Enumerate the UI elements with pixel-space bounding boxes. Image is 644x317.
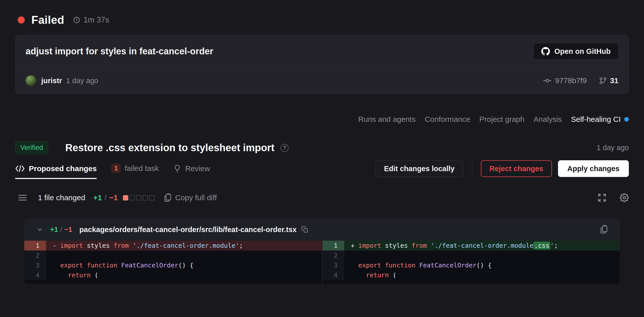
copy-full-diff-button[interactable]: Copy full diff (164, 193, 217, 202)
author-avatar (26, 75, 36, 86)
diff-line-left-2: 2 (24, 251, 322, 260)
git-branch-icon (599, 77, 607, 85)
nav-item-analysis[interactable]: Analysis (534, 115, 562, 124)
diff-toolbar: 1 file changed +1 / −1 Copy full diff (18, 193, 629, 202)
branch-count: 31 (610, 76, 618, 85)
tab-review-label: Review (185, 164, 210, 173)
file-diff-card: +1 / −1 packages/orders/feat-cancel-orde… (24, 218, 620, 284)
diff-pane-before: 1- import styles from './feat-cancel-ord… (24, 241, 322, 284)
nav-item-project-graph[interactable]: Project graph (479, 115, 524, 124)
code-text: - import styles from './feat-cancel-orde… (46, 241, 322, 251)
run-duration: 1m 37s (83, 15, 109, 25)
code-text: export function FeatCancelOrder() { (344, 260, 620, 270)
nav-item-conformance[interactable]: Conformance (425, 115, 470, 124)
code-text: return ( (46, 270, 322, 280)
apply-changes-button[interactable]: Apply changes (558, 160, 629, 177)
fix-title: Restore .css extension to stylesheet imp… (65, 142, 274, 153)
commit-icon (543, 76, 552, 85)
nav-item-runs-and-agents[interactable]: Runs and agents (358, 115, 416, 124)
open-on-github-label: Open on GitHub (554, 47, 611, 56)
clipboard-paste-icon[interactable] (599, 225, 608, 234)
github-icon (541, 47, 550, 56)
open-on-github-button[interactable]: Open on GitHub (533, 43, 618, 59)
code-icon (15, 165, 25, 172)
commit-hash-item[interactable]: 9778b7f9 (543, 76, 587, 85)
diff-stat-squares (123, 195, 155, 200)
nav-item-self-healing-ci[interactable]: Self-healing CI (571, 115, 629, 124)
tab-proposed-changes-label: Proposed changes (29, 164, 97, 173)
tab-failed-task[interactable]: 1 failed task (111, 164, 159, 179)
clock-icon (73, 16, 80, 24)
line-number: 3 (24, 260, 46, 270)
line-number: 1 (24, 241, 46, 251)
commit-hash: 9778b7f9 (555, 76, 587, 85)
nav-item-label: Self-healing CI (571, 115, 621, 124)
actions-divider (472, 162, 472, 176)
deletions-count: −1 (109, 193, 118, 202)
line-number: 1 (323, 241, 344, 251)
line-number: 2 (24, 251, 46, 260)
code-text: + import styles from './feat-cancel-orde… (344, 241, 620, 251)
commit-title: adjust import for styles in feat-cancel-… (26, 46, 213, 57)
line-number: 3 (323, 260, 344, 270)
reject-changes-button[interactable]: Reject changes (481, 160, 552, 177)
diff-line-right-1: 1+ import styles from './feat-cancel-ord… (323, 241, 620, 251)
file-diff-header: +1 / −1 packages/orders/feat-cancel-orde… (24, 218, 620, 241)
lightbulb-icon (174, 165, 181, 173)
run-status-row: Failed 1m 37s (18, 14, 629, 26)
files-changed-label: 1 file changed (38, 193, 85, 202)
failed-count-badge: 1 (111, 164, 120, 173)
edit-changes-locally-button[interactable]: Edit changes locally (375, 160, 463, 177)
code-text (46, 251, 322, 260)
line-number: 2 (323, 251, 344, 260)
line-number: 4 (323, 270, 344, 280)
expand-icon[interactable] (597, 193, 607, 202)
commit-card: adjust import for styles in feat-cancel-… (15, 35, 629, 94)
verified-badge: Verified (15, 141, 48, 154)
copy-full-diff-label: Copy full diff (175, 193, 217, 202)
copy-path-icon[interactable] (301, 226, 308, 233)
diff-line-left-3: 3 export function FeatCancelOrder() { (24, 260, 322, 270)
diff-line-right-2: 2 (323, 251, 620, 260)
file-additions: +1 (50, 225, 58, 234)
tab-review[interactable]: Review (174, 164, 210, 179)
file-deletions: −1 (64, 225, 72, 234)
notification-dot (624, 117, 629, 122)
run-status-label: Failed (31, 14, 64, 26)
code-text: return ( (344, 270, 620, 280)
commit-time-ago: 1 day ago (66, 77, 98, 85)
code-text: export function FeatCancelOrder() { (46, 260, 322, 270)
diff-line-left-1: 1- import styles from './feat-cancel-ord… (24, 241, 322, 251)
branch-count-item[interactable]: 31 (599, 76, 618, 85)
code-text (344, 251, 620, 260)
tab-failed-task-label: failed task (125, 164, 159, 173)
diff-line-right-4: 4 return ( (323, 270, 620, 280)
line-number: 4 (24, 270, 46, 280)
additions-count: +1 (93, 193, 102, 202)
tab-proposed-changes[interactable]: Proposed changes (15, 164, 97, 179)
fix-heading-row: Verified Restore .css extension to style… (15, 141, 629, 154)
help-icon[interactable]: ? (281, 144, 289, 152)
fix-tabs-row: Proposed changes 1 failed task Review Ed… (15, 160, 629, 179)
chevron-down-icon[interactable] (36, 226, 44, 233)
author-name: juristr (41, 77, 62, 85)
failed-status-dot (18, 16, 25, 24)
diff-pane-after: 1+ import styles from './feat-cancel-ord… (323, 241, 620, 284)
gear-icon[interactable] (620, 193, 629, 202)
workspace-nav: Runs and agents Conformance Project grap… (15, 115, 629, 124)
self-healing-ci-page: Failed 1m 37s adjust import for styles i… (0, 0, 644, 317)
fix-time-ago: 1 day ago (597, 144, 629, 152)
diff-line-right-3: 3 export function FeatCancelOrder() { (323, 260, 620, 270)
file-list-menu-icon[interactable] (18, 194, 27, 202)
file-path: packages/orders/feat-cancel-order/src/li… (79, 225, 297, 234)
diff-split-view: 1- import styles from './feat-cancel-ord… (24, 241, 620, 284)
diff-line-left-4: 4 return ( (24, 270, 322, 280)
clipboard-icon (164, 193, 172, 202)
